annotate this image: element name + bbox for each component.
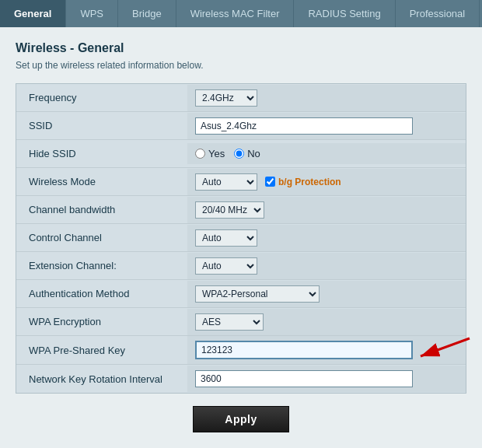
frequency-select[interactable]: 2.4GHz 5GHz bbox=[195, 89, 257, 107]
tab-bar: General WPS Bridge Wireless MAC Filter R… bbox=[0, 0, 482, 27]
wpa-encryption-label: WPA Encryption bbox=[16, 310, 187, 334]
hide-ssid-no-label[interactable]: No bbox=[234, 148, 260, 159]
key-rotation-value bbox=[187, 366, 466, 392]
channel-bandwidth-label: Channel bandwidth bbox=[16, 198, 187, 222]
apply-section: Apply bbox=[16, 394, 466, 439]
psk-label: WPA Pre-Shared Key bbox=[16, 338, 187, 362]
key-rotation-label: Network Key Rotation Interval bbox=[16, 367, 187, 391]
tab-professional[interactable]: Professional bbox=[396, 0, 480, 27]
ssid-value bbox=[187, 113, 466, 139]
channel-bandwidth-row: Channel bandwidth 20/40 MHz 20 MHz 40 MH… bbox=[16, 196, 466, 224]
channel-bandwidth-value: 20/40 MHz 20 MHz 40 MHz bbox=[187, 197, 466, 223]
control-channel-select[interactable]: Auto 12345 67891011 bbox=[195, 229, 257, 247]
auth-method-select[interactable]: WPA2-Personal Open System WPA-Personal W… bbox=[195, 285, 320, 303]
control-channel-value: Auto 12345 67891011 bbox=[187, 225, 466, 251]
tab-general[interactable]: General bbox=[0, 0, 66, 27]
hide-ssid-yes-radio[interactable] bbox=[195, 149, 205, 159]
wireless-mode-value: Auto N only b/g Protection bbox=[187, 169, 466, 195]
wireless-mode-label: Wireless Mode bbox=[16, 170, 187, 194]
auth-method-row: Authentication Method WPA2-Personal Open… bbox=[16, 280, 466, 308]
hide-ssid-value: Yes No bbox=[187, 143, 466, 164]
key-rotation-row: Network Key Rotation Interval bbox=[16, 365, 466, 393]
wireless-mode-select[interactable]: Auto N only bbox=[195, 173, 257, 191]
main-content: Wireless - General Set up the wireless r… bbox=[0, 27, 482, 448]
control-channel-label: Control Channel bbox=[16, 226, 187, 250]
bg-protection-text: b/g Protection bbox=[278, 177, 341, 187]
frequency-row: Frequency 2.4GHz 5GHz bbox=[16, 84, 466, 112]
ssid-input[interactable] bbox=[195, 117, 413, 135]
apply-button[interactable]: Apply bbox=[193, 406, 288, 432]
psk-row: WPA Pre-Shared Key bbox=[16, 336, 466, 365]
page-title: Wireless - General bbox=[16, 41, 466, 55]
extension-channel-row: Extension Channel: Auto Above Below bbox=[16, 252, 466, 280]
extension-channel-label: Extension Channel: bbox=[16, 254, 187, 278]
frequency-label: Frequency bbox=[16, 86, 187, 110]
extension-channel-value: Auto Above Below bbox=[187, 253, 466, 279]
hide-ssid-yes-label[interactable]: Yes bbox=[195, 148, 225, 159]
hide-ssid-radio-group: Yes No bbox=[195, 148, 260, 159]
control-channel-row: Control Channel Auto 12345 67891011 bbox=[16, 224, 466, 252]
tab-bridge[interactable]: Bridge bbox=[118, 0, 176, 27]
auth-method-value: WPA2-Personal Open System WPA-Personal W… bbox=[187, 281, 466, 307]
auth-method-label: Authentication Method bbox=[16, 282, 187, 306]
wpa-encryption-value: AES TKIP TKIP+AES bbox=[187, 309, 466, 335]
wpa-encryption-row: WPA Encryption AES TKIP TKIP+AES bbox=[16, 308, 466, 336]
wireless-mode-row: Wireless Mode Auto N only b/g Protection bbox=[16, 168, 466, 196]
page-subtitle: Set up the wireless related information … bbox=[16, 60, 466, 71]
tab-wps[interactable]: WPS bbox=[66, 0, 118, 27]
tab-wireless-mac-filter[interactable]: Wireless MAC Filter bbox=[176, 0, 295, 27]
settings-form: Frequency 2.4GHz 5GHz SSID Hide SSID Yes bbox=[16, 83, 466, 394]
wireless-mode-controls: Auto N only b/g Protection bbox=[195, 173, 341, 191]
svg-line-1 bbox=[421, 338, 470, 356]
bg-protection-label[interactable]: b/g Protection bbox=[265, 177, 341, 187]
psk-input[interactable] bbox=[195, 341, 413, 359]
tab-radius-setting[interactable]: RADIUS Setting bbox=[294, 0, 395, 27]
key-rotation-input[interactable] bbox=[195, 370, 413, 387]
frequency-value: 2.4GHz 5GHz bbox=[187, 85, 466, 111]
hide-ssid-label: Hide SSID bbox=[16, 142, 187, 166]
hide-ssid-no-radio[interactable] bbox=[234, 149, 244, 159]
wpa-encryption-select[interactable]: AES TKIP TKIP+AES bbox=[195, 313, 264, 331]
ssid-row: SSID bbox=[16, 112, 466, 140]
ssid-label: SSID bbox=[16, 114, 187, 138]
extension-channel-select[interactable]: Auto Above Below bbox=[195, 257, 257, 275]
hide-ssid-row: Hide SSID Yes No bbox=[16, 140, 466, 168]
channel-bandwidth-select[interactable]: 20/40 MHz 20 MHz 40 MHz bbox=[195, 201, 264, 219]
red-arrow-icon bbox=[411, 334, 473, 366]
bg-protection-checkbox[interactable] bbox=[265, 177, 275, 187]
psk-value bbox=[187, 336, 466, 364]
